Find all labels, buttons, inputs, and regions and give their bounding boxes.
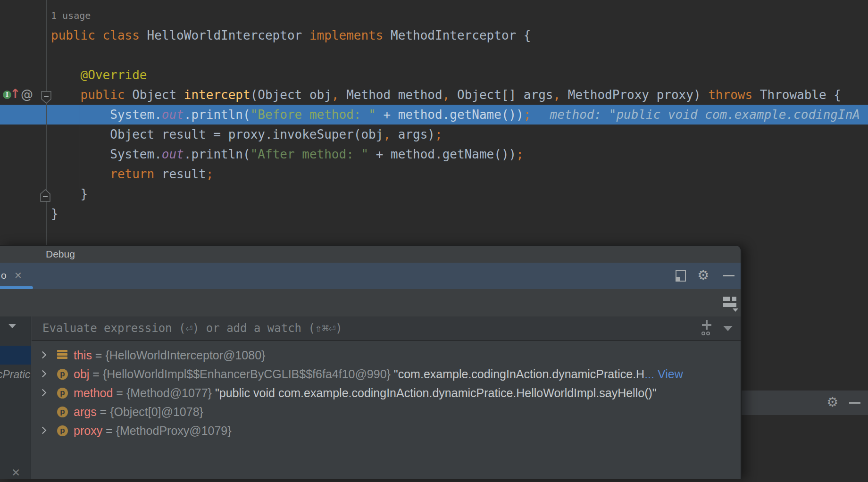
equals-sign: = xyxy=(92,349,106,362)
thread-dropdown-icon[interactable] xyxy=(8,324,16,328)
expand-chevron-icon[interactable] xyxy=(37,387,50,399)
annotation-icon: @ xyxy=(21,87,33,101)
parameter-icon: p xyxy=(57,369,68,380)
variable-reference: {Object[0]@1078} xyxy=(110,405,203,419)
variable-name: obj xyxy=(74,367,89,381)
tab-close-icon[interactable]: ✕ xyxy=(14,270,22,281)
variable-name: proxy xyxy=(74,424,102,438)
indent-guide xyxy=(80,105,80,125)
code-line[interactable]: System.out.println("After method: " + me… xyxy=(0,144,868,164)
debug-toolbar xyxy=(0,289,741,316)
debug-window-title: Debug xyxy=(46,249,75,260)
layout-view-icon[interactable] xyxy=(723,297,737,311)
code-line[interactable] xyxy=(0,45,868,65)
variables-list[interactable]: this = {HelloWorldInterceptor@1080}pobj … xyxy=(32,341,741,479)
fold-marker-collapse-icon[interactable] xyxy=(40,189,51,203)
usage-hint-line[interactable]: 1 usage xyxy=(0,6,868,25)
variable-name: method xyxy=(74,386,113,400)
expand-chevron-icon[interactable] xyxy=(37,349,50,361)
code-line[interactable]: } xyxy=(0,184,868,204)
code-line[interactable]: Object result = proxy.invokeSuper(obj, a… xyxy=(0,125,868,144)
parameter-icon: p xyxy=(57,407,68,417)
this-icon xyxy=(57,350,68,361)
variable-reference: {HelloWorldImpl$$EnhancerByCGLIB$$f6fa4f… xyxy=(103,367,391,381)
background-toolwindow-header: ⚙ xyxy=(742,391,868,415)
view-link[interactable]: ... View xyxy=(644,367,683,381)
gear-icon[interactable]: ⚙ xyxy=(826,394,838,410)
code-lines[interactable]: 1 usagepublic class HelloWorldIntercepto… xyxy=(0,6,868,224)
evaluate-expression-bar[interactable]: Evaluate expression (⏎) or add a watch (… xyxy=(32,316,741,341)
minimize-icon[interactable] xyxy=(849,402,860,404)
parameter-icon: p xyxy=(57,388,68,399)
variable-row[interactable]: pargs = {Object[0]@1078} xyxy=(32,402,741,421)
variable-name: this xyxy=(74,349,92,362)
variable-reference: {MethodProxy@1079} xyxy=(116,424,232,438)
override-arrow-icon[interactable]: ↑ xyxy=(10,86,21,101)
settings-gear-icon[interactable]: ⚙ xyxy=(697,267,709,283)
variable-reference: {Method@1077} xyxy=(126,386,212,400)
equals-sign: = xyxy=(102,424,116,438)
gutter-icons: I ↑ @ xyxy=(0,85,46,105)
debug-titlebar[interactable]: Debug xyxy=(0,246,741,263)
variable-string-value: "public void com.example.codingInAction.… xyxy=(212,386,657,400)
add-watch-icon[interactable] xyxy=(701,320,713,336)
hide-window-icon[interactable] xyxy=(723,275,734,276)
debug-body: cPratic ✕ Evaluate expression (⏎) or add… xyxy=(0,316,741,479)
code-line[interactable]: public class HelloWorldInterceptor imple… xyxy=(0,25,868,45)
variable-row[interactable]: pproxy = {MethodProxy@1079} xyxy=(32,421,741,440)
frame-row-text[interactable]: cPratic xyxy=(0,368,30,381)
variable-reference: {HelloWorldInterceptor@1080} xyxy=(105,349,265,362)
code-line[interactable]: public Object intercept(Object obj, Meth… xyxy=(0,85,868,105)
variable-string-value: "com.example.codingInAction.dynamicPrati… xyxy=(391,367,644,381)
equals-sign: = xyxy=(89,367,103,381)
variables-panel: Evaluate expression (⏎) or add a watch (… xyxy=(32,316,741,479)
code-line[interactable]: @Override xyxy=(0,65,868,85)
frames-close-icon[interactable]: ✕ xyxy=(11,466,20,479)
restore-window-icon[interactable] xyxy=(676,270,686,282)
expand-chevron-icon[interactable] xyxy=(37,424,50,437)
expand-chevron-icon xyxy=(37,406,50,418)
equals-sign: = xyxy=(97,405,110,419)
code-line[interactable]: } xyxy=(0,204,868,224)
selected-frame-row[interactable] xyxy=(0,346,31,365)
variable-name: args xyxy=(74,405,97,419)
variable-row[interactable]: this = {HelloWorldInterceptor@1080} xyxy=(32,346,741,365)
fold-marker-collapse-icon[interactable] xyxy=(41,91,52,105)
inline-debugger-hint: method: "public void com.example.codingI… xyxy=(550,108,860,122)
parameter-icon: p xyxy=(57,425,68,436)
evaluate-placeholder: Evaluate expression (⏎) or add a watch (… xyxy=(42,322,342,335)
expand-chevron-icon[interactable] xyxy=(37,368,50,380)
frames-panel-sliver: cPratic ✕ xyxy=(0,316,31,479)
execution-line[interactable]: System.out.println("Before method: " + m… xyxy=(0,105,868,125)
code-line[interactable]: return result; xyxy=(0,164,868,184)
indent-guide xyxy=(80,125,80,189)
session-tab-label: o xyxy=(1,270,7,281)
gutter-separator xyxy=(46,0,47,245)
equals-sign: = xyxy=(113,386,126,400)
ide-screen: 1 usagepublic class HelloWorldIntercepto… xyxy=(0,0,868,482)
debug-window: Debug o ✕ ⚙ cPratic ✕ xyxy=(0,245,742,479)
evaluate-dropdown-icon[interactable] xyxy=(723,326,733,331)
variable-row[interactable]: pmethod = {Method@1077} "public void com… xyxy=(32,383,741,402)
variable-row[interactable]: pobj = {HelloWorldImpl$$EnhancerByCGLIB$… xyxy=(32,365,741,383)
code-editor[interactable]: 1 usagepublic class HelloWorldIntercepto… xyxy=(0,0,868,245)
debug-tabstrip: o ✕ ⚙ xyxy=(0,263,741,289)
